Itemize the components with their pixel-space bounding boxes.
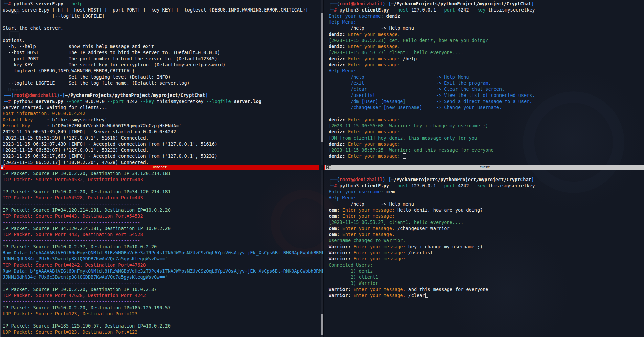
text-segment: ] — [205, 92, 208, 98]
text-segment: root㉿denizhalil — [340, 177, 383, 182]
text-segment: /dm [user] [message] -> Send a direct me… — [329, 99, 532, 104]
text-segment: Enter your message: — [348, 44, 403, 49]
terminal-line: deniz: Enter your message: — [329, 153, 644, 159]
terminal-line: [2023-11-15 06:52:07] ('127.0.0.1', 5323… — [3, 147, 324, 153]
text-segment: 0.0.0.0 — [83, 99, 105, 104]
text-segment: [2023-11-15 06:52:31] cem: Hello deniz, … — [329, 38, 488, 43]
client-cem-terminal[interactable]: ┌──(root㉿denizhalil)-[~/PycharmProjects/… — [324, 170, 644, 337]
text-segment: 127.0.0.1 — [408, 7, 436, 13]
terminal-group-icon[interactable] — [326, 165, 331, 169]
text-segment: --host — [63, 99, 83, 104]
terminal-line: Enter your username: deniz — [329, 13, 644, 19]
text-segment: /clear -> Clear the chat screen. — [329, 86, 505, 92]
text-segment: 2023-11-15 06:51:39,849 [INFO] - Server … — [3, 129, 176, 134]
text-segment: root㉿denizhalil — [14, 92, 57, 98]
text-segment: deniz: — [329, 141, 348, 147]
text-segment: IP Packet: Source IP=10.0.2.20, Destinat… — [3, 287, 157, 292]
terminal-line: IP Packet: Source IP=10.0.2.20, Destinat… — [3, 304, 324, 311]
text-segment: --help — [63, 1, 83, 6]
terminal-line: [2023-11-15 06:52:31] cem: Hello deniz, … — [329, 37, 644, 43]
text-segment: ----------------------------------------… — [3, 238, 140, 243]
text-segment: deniz: — [329, 31, 348, 37]
terminal-line: 2023-11-15 06:52:07,430 [INFO] - Accepte… — [3, 141, 324, 147]
terminal-line: /help -> Help menu — [329, 25, 644, 31]
text-segment: Enter your message: — [342, 232, 398, 237]
terminal-line: cem: Enter your message: /changeuser War… — [329, 225, 644, 231]
terminal-line: Fernet Key : b'DPwJH7FBh4YVeuktGmWhA5GTS… — [3, 123, 324, 129]
text-segment: cem: — [329, 226, 342, 231]
text-segment: /clear — [408, 293, 425, 298]
text-segment: thisismysecretkey — [485, 183, 535, 188]
listener-terminal[interactable]: IP Packet: Source IP=10.0.2.20, Destinat… — [0, 170, 324, 337]
text-segment: --key — [469, 7, 486, 13]
text-segment: --key KEY The secret key for encryption.… — [3, 62, 225, 67]
terminal-line: /help -> Help Menu — [329, 74, 644, 80]
terminal-line: /dm [user] [message] -> Send a direct me… — [329, 98, 644, 104]
terminal-line: Host information: 0.0.0.0:4242 — [3, 110, 324, 117]
text-segment: Default key — [3, 117, 47, 122]
terminal-line: ----------------------------------------… — [3, 237, 324, 244]
text-segment: Enter your message: — [348, 141, 403, 147]
text-segment: deniz: — [329, 62, 348, 67]
text-cursor — [425, 293, 428, 298]
text-segment: TCP Packet: Source Port=443, Destination… — [3, 232, 143, 237]
text-segment: ----------------------------------------… — [3, 219, 140, 225]
text-segment: Enter your message: — [353, 250, 408, 255]
terminal-line: Connected Users: — [329, 262, 644, 268]
text-segment: --key — [137, 99, 154, 104]
terminal-line: IP Packet: Source IP=10.0.2.37, Destinat… — [3, 244, 324, 250]
terminal-line: Server started. Waiting for clients... — [3, 104, 324, 110]
terminal-line: Raw Data: b'gAAAAABlVEGl60nFmykQNMldt8fR… — [3, 268, 324, 274]
text-segment: Username changed to Warrior. — [329, 238, 406, 243]
pane-splitter[interactable] — [323, 0, 324, 337]
terminal-line: deniz: Enter your message: /help — [329, 56, 644, 62]
terminal-line: ┌──(root㉿denizhalil)-[~/PycharmProjects/… — [3, 92, 324, 98]
terminal-line: ----------------------------------------… — [3, 219, 324, 225]
terminal-group-icon[interactable] — [1, 165, 6, 169]
server-terminal[interactable]: └─# python3 serverE.py --helpusage: serv… — [0, 0, 324, 165]
text-segment: Connected Users: — [329, 262, 373, 268]
terminal-line: --key KEY The secret key for encryption.… — [3, 62, 324, 68]
text-segment: server.log — [234, 99, 261, 104]
terminal-line: Help Menu: — [329, 19, 644, 25]
terminal-line: Set the logging level (Default: INFO) — [3, 74, 324, 80]
text-segment: deniz: — [329, 56, 348, 61]
text-segment: TCP Packet: Source Port=54528, Destinati… — [3, 195, 143, 201]
text-segment: deniz: — [329, 44, 348, 49]
terminal-line: 3) Warrior — [329, 280, 644, 286]
text-segment: IP Packet: Source IP=34.120.214.181, Des… — [3, 226, 171, 231]
text-segment: TCP Packet: Source Port=47628, Destinati… — [3, 293, 146, 298]
text-segment: Enter your message: — [348, 56, 403, 61]
text-segment: Enter your message: — [342, 226, 398, 231]
terminal-line: TCP Packet: Source Port=54528, Destinati… — [3, 195, 324, 201]
text-segment: deniz: — [329, 129, 348, 134]
text-segment: --port PORT The port number to bind the … — [3, 56, 217, 61]
text-segment: 2023-11-15 06:52:17,663 [INFO] - Accepte… — [3, 153, 217, 159]
text-segment: Enter your message: — [353, 244, 408, 249]
terminal-line: UDP Packet: Source Port=123, Destination… — [3, 329, 324, 335]
text-segment: hey i change my username ;) — [408, 244, 483, 249]
text-cursor — [403, 153, 406, 159]
text-segment: Enter your message: — [348, 31, 403, 37]
text-segment: --host — [389, 7, 408, 13]
terminal-line: [DM from client1] hey deniz, this messag… — [329, 135, 644, 141]
text-segment: Fernet Key — [3, 123, 47, 128]
text-segment: [DM from client1] hey deniz, this messag… — [329, 135, 477, 141]
text-segment: --loglevel {DEBUG,INFO,WARNING,ERROR,CRI… — [3, 68, 135, 73]
text-segment: thisismysecretkey — [485, 7, 535, 13]
client-pane-titlebar[interactable]: client — [324, 165, 644, 170]
terminal-line: TCP Packet: Source Port=47628, Destinati… — [3, 292, 324, 298]
text-segment: ┌──( — [3, 92, 14, 98]
terminal-line: Warrior: Enter your message: and this me… — [329, 286, 644, 292]
listener-pane-titlebar[interactable]: listener — [0, 165, 319, 170]
terminal-line: Help Menu: — [329, 68, 644, 74]
terminal-line: /help -> Help menu — [329, 201, 644, 207]
terminal-line: IP Packet: Source IP=10.0.2.20, Destinat… — [3, 189, 324, 195]
client-deniz-terminal[interactable]: ┌──(root㉿denizhalil)-[~/PycharmProjects/… — [324, 0, 644, 165]
terminal-line: --port PORT The port number to bind the … — [3, 56, 324, 62]
text-segment: root㉿denizhalil — [340, 1, 383, 6]
terminal-line: -h, --help show this help message and ex… — [3, 43, 324, 49]
terminal-line: Default key : b'thisismysecretkey' — [3, 117, 324, 123]
text-segment: /help -> Help Menu — [329, 74, 469, 80]
terminator-window: Trash Home └─# python3 serverE.py --help… — [0, 0, 644, 337]
